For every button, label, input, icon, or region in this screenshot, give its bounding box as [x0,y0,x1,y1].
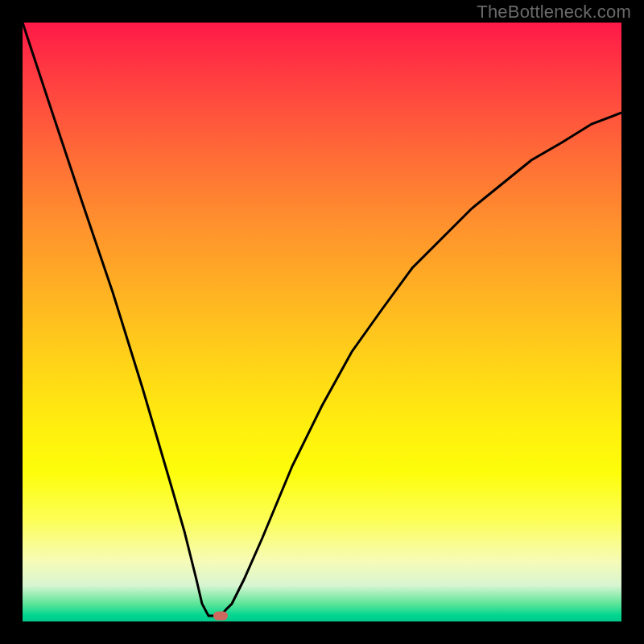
optimal-marker [213,612,228,621]
watermark-text: TheBottleneck.com [477,2,631,23]
chart-container: TheBottleneck.com [0,0,644,644]
curve-svg [23,23,621,621]
plot-area [23,23,621,621]
bottleneck-curve-path [23,23,621,616]
